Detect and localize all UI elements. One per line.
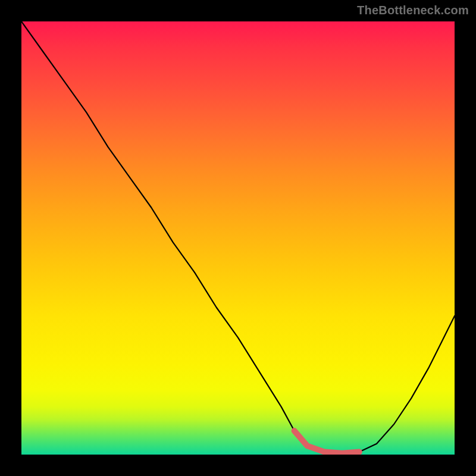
bottleneck-curve [21,21,455,453]
chart-frame: TheBottleneck.com [0,0,476,476]
plot-area [21,21,455,455]
optimal-range-highlight [295,431,359,453]
attribution-text: TheBottleneck.com [357,4,469,17]
curve-layer [21,21,455,455]
